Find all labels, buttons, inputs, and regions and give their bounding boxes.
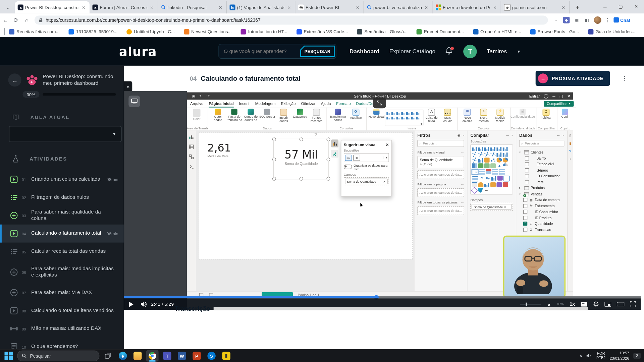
field-id-produto[interactable]: ID Produto: [519, 215, 564, 221]
notification-center-badge[interactable]: 2: [633, 353, 641, 358]
browser-tab-active[interactable]: a Power BI Desktop: construin ✕: [15, 1, 90, 14]
activity-item-07[interactable]: 07Para saber mais: M e DAX: [0, 284, 124, 302]
dataverse-button[interactable]: Dataverse: [292, 109, 308, 119]
quick-measure-button[interactable]: ⚡Medida rápida: [492, 109, 508, 123]
taskbar-search[interactable]: Pesquisar: [17, 350, 99, 361]
build-pane-icon[interactable]: ▮: [569, 141, 571, 145]
teams-icon[interactable]: T: [161, 350, 173, 361]
search-input[interactable]: [219, 48, 300, 54]
resize-handle[interactable]: [326, 137, 330, 141]
custom-visual-icon[interactable]: [503, 182, 508, 187]
metrics-icon[interactable]: [484, 182, 490, 187]
field-faturamento[interactable]: fxFaturamento: [519, 203, 564, 209]
language-indicator[interactable]: PORPTB2: [596, 351, 606, 360]
tab-pagina-inicial[interactable]: Página Inicial: [209, 101, 233, 106]
bookmark-item[interactable]: Newest Questions...: [184, 29, 232, 34]
bookmark-item[interactable]: Introduction to HT...: [241, 29, 287, 34]
full-stacked-column-icon[interactable]: [503, 146, 508, 151]
activity-item-06[interactable]: 06Para saber mais: medidas implícitas e …: [0, 261, 124, 284]
section-more-icon[interactable]: ···: [461, 150, 464, 154]
bookmark-item[interactable]: Guia de Unidades...: [588, 29, 635, 34]
activity-item-02[interactable]: 02Filtragem de dados nulos: [0, 188, 124, 206]
paste-button[interactable]: Colar: [189, 109, 205, 121]
maximize-button[interactable]: ▢: [613, 0, 629, 13]
resize-handle[interactable]: [272, 137, 276, 141]
activity-item-05[interactable]: 05Calcular receita total das vendas: [0, 243, 124, 261]
browser-profile-avatar[interactable]: [594, 16, 601, 23]
tab-close-icon[interactable]: ✕: [218, 5, 224, 10]
diamond-visual-icon[interactable]: [471, 187, 478, 194]
refresh-icon[interactable]: ⟳: [11, 17, 21, 23]
on-object-chart-button[interactable]: [331, 139, 338, 147]
nav-explore-catalog[interactable]: Explorar Catálogo: [389, 48, 435, 55]
card-visual-icon[interactable]: 123: [472, 169, 478, 175]
course-search[interactable]: PESQUISAR: [218, 44, 336, 59]
subtitles-icon[interactable]: [581, 302, 587, 307]
field-checkbox[interactable]: [523, 204, 527, 208]
report-view-icon[interactable]: [189, 135, 194, 140]
collapse-pane-icon[interactable]: »: [562, 133, 564, 137]
field-checkbox[interactable]: [523, 228, 527, 232]
bookmark-item[interactable]: Extensões VS Code...: [297, 29, 348, 34]
extension-grid-icon[interactable]: ◧: [584, 17, 590, 23]
resize-handle[interactable]: [300, 137, 303, 141]
recent-sources-button[interactable]: Fontes recentes: [308, 109, 325, 123]
field-id-consumidor-vendas[interactable]: ID Consumidor: [519, 209, 564, 215]
add-pane-icon[interactable]: +: [569, 157, 571, 161]
powerapps-icon[interactable]: [491, 182, 496, 187]
visual-gallery[interactable]: ▼: [385, 110, 423, 126]
filters-search[interactable]: ⌕Pesquis...: [417, 140, 464, 147]
field-checkbox[interactable]: [525, 162, 529, 166]
collapse-pane-icon[interactable]: »: [511, 133, 513, 137]
pane-more-icon[interactable]: ···: [506, 133, 509, 137]
activity-item-01[interactable]: 01Criando uma coluna calculada08min: [0, 170, 124, 188]
eye-icon[interactable]: ◉: [458, 133, 461, 137]
dialog-close-icon[interactable]: ✕: [386, 142, 389, 147]
r-script-icon[interactable]: R: [479, 176, 484, 181]
table-visual-option[interactable]: ▦: [353, 155, 360, 161]
stacked-area-icon[interactable]: [484, 152, 490, 157]
full-stacked-bar-icon[interactable]: [497, 146, 502, 151]
tab-close-icon[interactable]: ✕: [560, 5, 567, 10]
gallery-more-chevron-icon[interactable]: ▼: [420, 123, 423, 126]
tray-expand-chevron-icon[interactable]: ∧: [579, 353, 582, 358]
area-chart-icon[interactable]: [478, 152, 484, 157]
tab-close-icon[interactable]: ✕: [423, 5, 429, 10]
browser-tab[interactable]: power bi versaõ atualizada - ✕: [364, 1, 432, 14]
filters-pane-icon[interactable]: ▯: [569, 134, 571, 137]
more-visuals-ellipsis-icon[interactable]: ···: [484, 188, 489, 193]
tab-arquivo[interactable]: Arquivo: [190, 101, 203, 106]
bookmark-item[interactable]: Semântica - Glossá...: [357, 29, 408, 34]
tab-close-icon[interactable]: ✕: [81, 5, 87, 10]
onelake-hub-button[interactable]: Centro de dados do OneLake: [243, 109, 259, 122]
power-platform-icon[interactable]: [478, 188, 483, 193]
search-submit-button[interactable]: PESQUISAR: [300, 46, 335, 57]
new-tab-button[interactable]: +: [572, 2, 583, 12]
picture-in-picture-button[interactable]: [373, 97, 386, 108]
bookmark-item[interactable]: Receitas feitas com...: [9, 29, 60, 34]
dax-query-view-icon[interactable]: [189, 164, 194, 169]
tab-close-icon[interactable]: ✕: [286, 5, 292, 10]
card-visual-option[interactable]: 123: [345, 155, 352, 161]
field-genero[interactable]: Gênero: [519, 167, 564, 173]
tab-ajuda[interactable]: Ajuda: [321, 101, 331, 106]
multirow-card-icon[interactable]: [479, 169, 485, 175]
table-view-icon[interactable]: [189, 144, 194, 149]
collapse-pane-icon[interactable]: »: [463, 133, 464, 137]
bookmark-item[interactable]: Emmet Document...: [417, 29, 464, 34]
field-data-de-compra[interactable]: ▦Data de compra: [519, 197, 564, 203]
field-chip[interactable]: Soma de Quantidade✕: [472, 204, 512, 210]
add-fields-dropzone[interactable]: Adicionar os campos de da...: [417, 170, 464, 179]
browser-menu-icon[interactable]: ⋮: [605, 17, 610, 23]
browser-tab[interactable]: a Fórum | Alura - Cursos onlin ✕: [90, 1, 158, 14]
gauge-icon[interactable]: [503, 163, 508, 168]
word-icon[interactable]: W: [176, 350, 188, 361]
scatter-chart-icon[interactable]: [491, 158, 496, 163]
field-chip[interactable]: Soma de Quantidade✕: [345, 179, 387, 184]
tab-exibicao[interactable]: Exibição: [281, 101, 296, 106]
activity-item-04-active[interactable]: 04Calculando o faturamento total06min: [0, 225, 124, 243]
table-produtos[interactable]: ▸Produtos: [519, 185, 564, 191]
minimize-button[interactable]: ─: [597, 0, 613, 13]
close-button[interactable]: ✕: [628, 0, 644, 13]
taskbar-clock[interactable]: 10:5723/01/2026: [610, 351, 629, 361]
